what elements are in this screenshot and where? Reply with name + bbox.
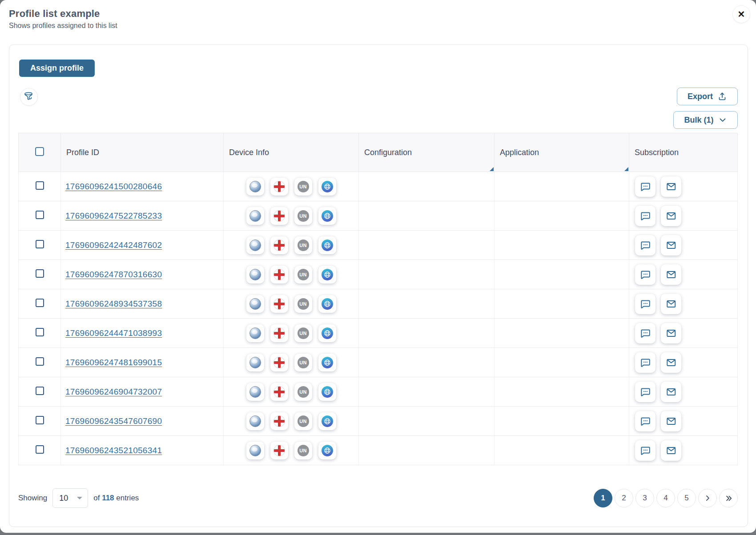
of-label: of [93, 494, 100, 502]
profile-id-link[interactable]: 17696096242442487602 [65, 240, 162, 250]
header-device-info[interactable]: Device Info [224, 133, 359, 172]
email-button[interactable] [661, 264, 681, 285]
device-tile [270, 207, 288, 225]
england-flag-icon [273, 181, 285, 192]
row-checkbox-cell [19, 289, 61, 319]
header-subscription-label: Subscription [635, 148, 679, 157]
bulk-actions-button[interactable]: Bulk (1) [673, 111, 738, 129]
email-button[interactable] [661, 440, 681, 461]
row-checkbox[interactable] [36, 269, 44, 278]
device-tile [246, 442, 264, 459]
device-tile [318, 324, 336, 342]
pagination-page[interactable]: 2 [615, 489, 633, 507]
sms-message-button[interactable] [635, 294, 655, 314]
email-button[interactable] [661, 235, 681, 256]
row-checkbox[interactable] [36, 445, 44, 454]
profile-id-link[interactable]: 17696096247870316630 [65, 270, 162, 279]
header-configuration[interactable]: Configuration [359, 133, 495, 172]
profile-id-link[interactable]: 17696096247481699015 [65, 358, 162, 367]
row-checkbox[interactable] [36, 211, 44, 219]
device-tile [318, 236, 336, 254]
earth-globe-icon [249, 357, 261, 368]
device-tile [270, 324, 288, 342]
sms-message-button[interactable] [635, 411, 655, 431]
chat-bubble-icon [639, 445, 651, 456]
pagination-page[interactable]: 3 [635, 489, 654, 507]
subscription-cell [629, 289, 738, 319]
chat-bubble-icon [639, 240, 651, 251]
row-checkbox[interactable] [36, 416, 44, 424]
profile-id-link[interactable]: 17696096248934537358 [65, 299, 162, 309]
profile-id-link[interactable]: 17696096244471038993 [65, 328, 162, 338]
envelope-icon [665, 240, 677, 251]
unknown-operator-icon: UN [298, 269, 309, 280]
sms-message-button[interactable] [635, 176, 655, 197]
row-checkbox-cell [19, 436, 61, 465]
sms-message-button[interactable] [635, 323, 655, 343]
sms-message-button[interactable] [635, 382, 655, 402]
device-tile: UN [294, 354, 312, 371]
pagination-next-button[interactable] [698, 489, 717, 507]
pagination-page[interactable]: 4 [656, 489, 675, 507]
profile-id-link[interactable]: 17696096243547607690 [65, 416, 162, 426]
pagination-last-button[interactable] [719, 489, 738, 507]
row-checkbox[interactable] [36, 299, 44, 307]
row-checkbox[interactable] [36, 181, 44, 190]
profile-id-link[interactable]: 17696096247522785233 [65, 211, 162, 221]
profiles-table-wrap: Profile ID Device Info Configuration App… [18, 133, 738, 465]
email-button[interactable] [661, 206, 681, 226]
device-tile [318, 354, 336, 371]
close-button[interactable]: ✕ [732, 5, 750, 23]
row-checkbox[interactable] [36, 387, 44, 395]
select-all-checkbox[interactable] [35, 147, 44, 156]
email-button[interactable] [661, 323, 681, 343]
unknown-operator-icon: UN [298, 210, 309, 222]
export-button[interactable]: Export [677, 88, 738, 105]
device-tile: UN [294, 324, 312, 342]
subscription-cell [629, 172, 738, 201]
page-size-select[interactable]: 10 [52, 488, 88, 508]
device-info-cell: UN [224, 201, 359, 231]
header-application[interactable]: Application [495, 133, 629, 172]
header-subscription[interactable]: Subscription [629, 133, 738, 172]
envelope-icon [665, 386, 677, 398]
pagination-page[interactable]: 5 [677, 489, 696, 507]
profile-id-link[interactable]: 17696096246904732007 [65, 387, 162, 397]
application-cell [495, 172, 629, 201]
row-checkbox[interactable] [36, 357, 44, 366]
email-button[interactable] [661, 382, 681, 402]
email-button[interactable] [661, 294, 681, 314]
device-info-cell: UN [224, 319, 359, 348]
profile-id-cell: 17696096244471038993 [61, 319, 224, 348]
email-button[interactable] [661, 411, 681, 431]
sms-message-button[interactable] [635, 440, 655, 461]
device-tile [318, 207, 336, 225]
profile-id-link[interactable]: 17696096243521056341 [65, 446, 162, 455]
sms-message-button[interactable] [635, 264, 655, 285]
chat-bubble-icon [639, 210, 651, 222]
profile-id-cell: 17696096247481699015 [61, 348, 224, 377]
row-checkbox[interactable] [36, 240, 44, 248]
header-profile-id[interactable]: Profile ID [61, 133, 224, 172]
device-tile [318, 178, 336, 196]
chat-bubble-icon [639, 269, 651, 280]
device-tile [270, 354, 288, 371]
assign-profile-button[interactable]: Assign profile [19, 60, 95, 77]
sms-message-button[interactable] [635, 235, 655, 256]
row-checkbox[interactable] [36, 328, 44, 336]
pagination-page-active[interactable]: 1 [594, 489, 612, 507]
device-tile [270, 266, 288, 283]
sms-message-button[interactable] [635, 206, 655, 226]
email-button[interactable] [661, 352, 681, 373]
device-info-cell: UN [224, 348, 359, 377]
page-size-value: 10 [59, 494, 68, 503]
email-button[interactable] [661, 176, 681, 197]
header-profile-id-label: Profile ID [66, 148, 99, 157]
device-tile: UN [294, 442, 312, 459]
filter-button[interactable] [20, 88, 38, 106]
device-tile [270, 442, 288, 459]
sort-indicator-icon [624, 167, 628, 171]
profile-id-link[interactable]: 17696096241500280646 [65, 182, 162, 192]
sms-message-button[interactable] [635, 352, 655, 373]
unknown-operator-icon: UN [298, 445, 309, 456]
